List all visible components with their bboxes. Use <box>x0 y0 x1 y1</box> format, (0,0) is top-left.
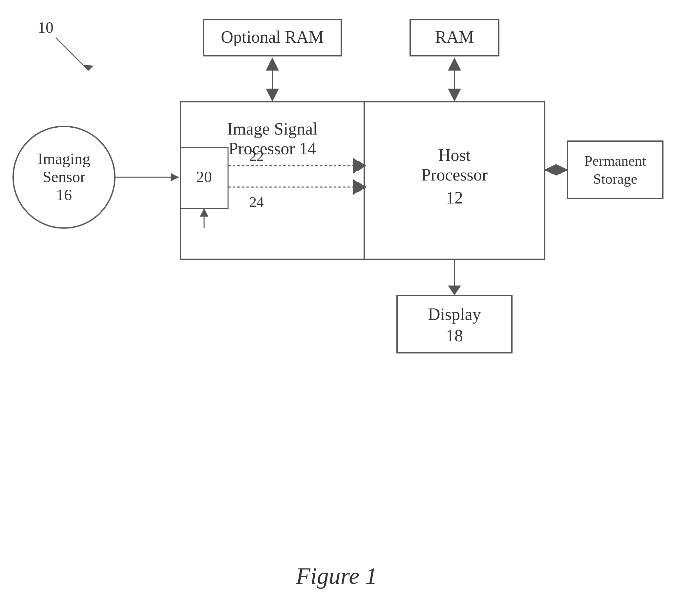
ref-10-label: 10 <box>38 19 53 36</box>
isp-label-1: Image Signal <box>227 120 317 138</box>
ps-label-1: Permanent <box>585 153 646 169</box>
isp-label-2: Processor 14 <box>228 139 316 158</box>
optional-ram-arrow-up <box>266 57 279 70</box>
label-24: 24 <box>249 194 264 210</box>
ram-label: RAM <box>435 28 474 46</box>
hp-label-2: Processor <box>421 165 488 184</box>
sensor-to-isp-arrow <box>171 173 179 182</box>
hp-label-3: 12 <box>446 188 463 207</box>
optional-ram-arrow-down <box>266 88 279 102</box>
ram-arrow-up <box>448 57 461 70</box>
permanent-storage-box <box>568 141 663 199</box>
imaging-sensor-label-3: 16 <box>56 186 72 203</box>
diagram-container: 10 Optional RAM Image Signal Processor 1… <box>0 0 673 616</box>
ram-arrow-down <box>448 88 461 102</box>
label-20: 20 <box>196 168 212 185</box>
hp-ps-arrow-right <box>559 166 568 174</box>
label-22: 22 <box>249 148 264 164</box>
hp-label-1: Host <box>438 146 471 164</box>
display-label-2: 18 <box>446 326 463 345</box>
ps-label-2: Storage <box>593 171 637 187</box>
optional-ram-label: Optional RAM <box>221 28 323 46</box>
figure-caption: Figure 1 <box>296 563 377 590</box>
display-label-1: Display <box>428 305 481 324</box>
hp-to-display-arrow <box>448 285 461 295</box>
imaging-sensor-label-1: Imaging <box>38 150 90 167</box>
imaging-sensor-label-2: Sensor <box>43 168 86 185</box>
hp-ps-arrow-left <box>545 166 553 174</box>
svg-line-0 <box>56 38 88 70</box>
